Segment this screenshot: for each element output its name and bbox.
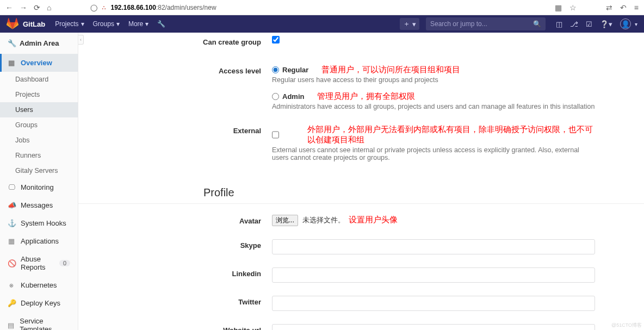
radio-admin-label: Admin [282,92,304,101]
gitlab-topnav: GitLab Projects ▾ Groups ▾ More ▾ 🔧 ＋▾ S… [0,15,644,33]
label-twitter: Twitter [78,296,272,306]
user-avatar[interactable]: 👤 [620,18,631,29]
home-icon[interactable]: ⌂ [47,3,51,12]
sidebar-item-deploy-keys[interactable]: 🔑Deploy Keys [0,294,78,312]
brand-label[interactable]: GitLab [23,20,45,28]
input-linkedin[interactable] [272,267,595,283]
undo-icon[interactable]: ↶ [620,3,627,12]
annotation-external: 外部用户，外部用户无法看到内部或私有项目，除非明确授予访问权限，也不可以创建项目… [307,124,595,145]
profile-section-header: Profile [78,181,644,204]
sidebar-collapse-tab[interactable]: ‹ [78,35,84,45]
global-search-input[interactable]: Search or jump to... 🔍 [426,17,546,30]
label-external: External [78,124,272,135]
sidebar-item-monitoring[interactable]: 🖵Monitoring [0,178,78,196]
hamburger-icon[interactable]: ≡ [634,3,639,12]
sidebar-item-applications[interactable]: ▦Applications [0,232,78,250]
label-avatar: Avatar [78,215,272,225]
sidebar-item-abuse-reports[interactable]: 🚫Abuse Reports0 [0,250,78,276]
annotation-admin: 管理员用户，拥有全部权限 [317,91,415,102]
monitor-icon: 🖵 [8,183,15,191]
nav-projects[interactable]: Projects ▾ [55,20,84,28]
shield-icon: ◯ [90,4,97,11]
sidebar-sub-projects[interactable]: Projects [0,87,78,102]
broadcast-icon: 📣 [8,201,15,209]
extension-icon[interactable]: ⇄ [606,3,612,12]
help-icon[interactable]: ❔▾ [600,20,612,28]
sidebar-item-kubernetes[interactable]: ⎈Kubernetes [0,276,78,294]
annotation-regular: 普通用户，可以访问所在项目组和项目 [321,65,460,75]
new-dropdown[interactable]: ＋▾ [400,18,419,30]
input-twitter[interactable] [272,296,595,311]
reload-icon[interactable]: ⟳ [34,3,40,12]
kubernetes-icon: ⎈ [8,281,15,289]
chevron-down-icon: ▾ [412,20,416,28]
bookmark-star-icon[interactable]: ☆ [569,3,577,12]
hook-icon: ⚓ [8,219,15,227]
chevron-down-icon: ▾ [81,20,84,28]
chevron-down-icon: ▾ [635,21,637,27]
browser-toolbar: ← → ⟳ ⌂ ◯ ⛬ 192.168.66.100:82/admin/user… [0,0,644,15]
label-access-level: Access level [78,65,272,75]
sidebar-sub-gitaly[interactable]: Gitaly Servers [0,163,78,178]
label-can-create-group: Can create group [78,36,272,46]
todos-icon[interactable]: ☑ [586,20,592,28]
label-skype: Skype [78,239,272,250]
help-regular: Regular users have access to their group… [272,76,595,84]
sidebar-sub-runners[interactable]: Runners [0,148,78,163]
forward-icon[interactable]: → [20,3,27,12]
nav-more[interactable]: More ▾ [128,20,148,28]
abuse-count-badge: 0 [59,260,70,266]
issues-icon[interactable]: ◫ [556,20,562,28]
key-icon: 🔑 [8,299,15,307]
merge-requests-icon[interactable]: ⎇ [570,20,578,28]
apps-icon: ▦ [8,237,15,245]
nav-groups[interactable]: Groups ▾ [93,20,120,28]
chevron-down-icon: ▾ [116,20,120,28]
sidebar-header: 🔧Admin Area [0,33,78,54]
avatar-file-status: 未选择文件。 [302,216,345,224]
annotation-avatar: 设置用户头像 [349,215,398,224]
back-icon[interactable]: ← [5,3,13,12]
input-website-url[interactable] [272,324,595,330]
help-external: External users cannot see internal or pr… [272,146,595,161]
input-skype[interactable] [272,239,595,254]
sidebar-sub-groups[interactable]: Groups [0,117,78,133]
sidebar-sub-dashboard[interactable]: Dashboard [0,72,78,87]
lock-strike-icon: ⛬ [101,4,107,11]
chevron-down-icon: ▾ [145,20,148,28]
radio-admin[interactable] [272,93,279,100]
qr-icon[interactable]: ▦ [555,3,562,12]
sidebar-item-messages[interactable]: 📣Messages [0,196,78,214]
sidebar-item-overview[interactable]: ▦Overview [0,54,78,72]
sidebar-sub-users[interactable]: Users [0,102,78,117]
gitlab-logo-icon[interactable] [7,18,18,30]
avatar-browse-button[interactable]: 浏览... [272,215,298,226]
main-content: Can create group Access level Regular 普通… [78,33,644,330]
radio-regular[interactable] [272,66,279,73]
nav-admin-wrench-icon[interactable]: 🔧 [157,20,165,28]
checkbox-external[interactable] [272,131,279,139]
overview-icon: ▦ [8,59,15,67]
sidebar-item-service-templates[interactable]: ▤Service Templates [0,312,78,330]
watermark: @51CTO博客 [611,322,642,329]
url-bar[interactable]: ◯ ⛬ 192.168.66.100:82/admin/users/new [90,4,515,11]
radio-regular-label: Regular [282,66,308,74]
label-website-url: Website url [78,324,272,330]
plus-icon: ＋ [403,19,410,29]
sidebar-item-system-hooks[interactable]: ⚓System Hooks [0,214,78,232]
admin-sidebar: 🔧Admin Area ▦Overview Dashboard Projects… [0,33,78,330]
template-icon: ▤ [8,321,14,329]
label-linkedin: Linkedin [78,267,272,278]
abuse-icon: 🚫 [8,259,15,267]
help-admin: Administrators have access to all groups… [272,103,595,110]
url-text: 192.168.66.100:82/admin/users/new [110,4,216,11]
wrench-icon: 🔧 [8,39,15,47]
checkbox-can-create-group[interactable] [272,36,280,43]
search-icon: 🔍 [533,20,541,28]
sidebar-sub-jobs[interactable]: Jobs [0,133,78,148]
